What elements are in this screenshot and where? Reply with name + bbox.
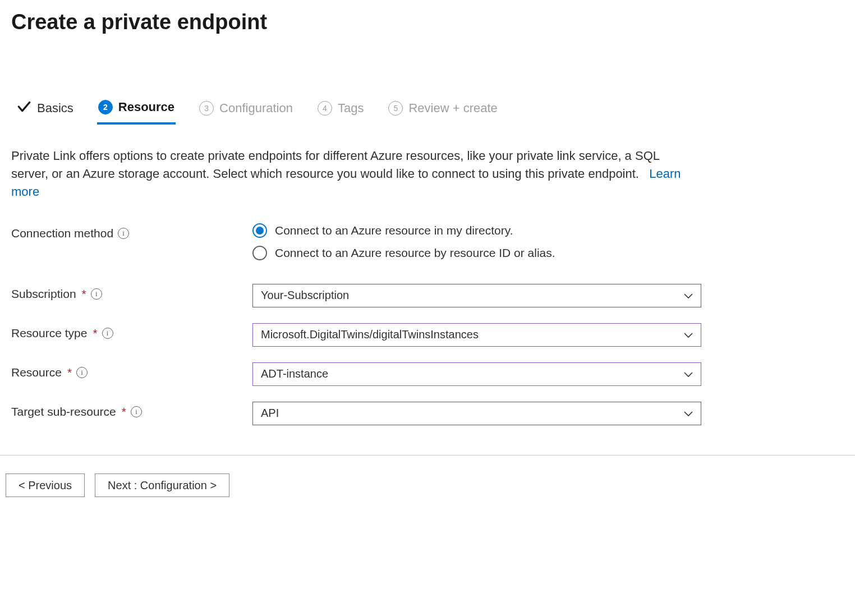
page-root: Create a private endpoint 1 Basics 2 Res… [0, 0, 855, 616]
resource-form: Connection method i Connect to an Azure … [11, 223, 844, 425]
radio-icon [252, 223, 267, 238]
tab-review-create[interactable]: 5 Review + create [387, 98, 498, 123]
required-asterisk: * [93, 327, 97, 340]
label-target-sub-resource: Target sub-resource * i [11, 402, 252, 419]
info-icon[interactable]: i [102, 328, 113, 339]
step-indicator: 3 [199, 101, 214, 116]
checkmark-icon [17, 99, 31, 117]
label-text: Connection method [11, 227, 113, 240]
label-text: Subscription [11, 287, 76, 301]
info-icon[interactable]: i [91, 288, 102, 300]
description-text: Private Link offers options to create pr… [11, 149, 659, 181]
required-asterisk: * [122, 405, 126, 419]
tab-label: Resource [118, 100, 174, 114]
chevron-down-icon [684, 407, 693, 420]
label-text: Resource type [11, 327, 87, 340]
subscription-dropdown[interactable]: Your-Subscription [252, 284, 701, 307]
dropdown-value: API [261, 407, 279, 420]
tab-label: Configuration [219, 101, 293, 116]
next-button[interactable]: Next : Configuration > [95, 474, 229, 497]
target-sub-resource-dropdown[interactable]: API [252, 402, 701, 425]
label-text: Target sub-resource [11, 405, 116, 419]
label-connection-method: Connection method i [11, 223, 252, 240]
dropdown-value: Microsoft.DigitalTwins/digitalTwinsInsta… [261, 328, 479, 341]
radio-option-resource-id[interactable]: Connect to an Azure resource by resource… [252, 246, 701, 260]
page-title: Create a private endpoint [11, 10, 844, 34]
row-connection-method: Connection method i Connect to an Azure … [11, 223, 844, 268]
row-subscription: Subscription * i Your-Subscription [11, 284, 844, 307]
radio-option-directory[interactable]: Connect to an Azure resource in my direc… [252, 223, 701, 238]
dropdown-value: Your-Subscription [261, 289, 349, 302]
info-icon[interactable]: i [118, 228, 129, 239]
info-icon[interactable]: i [76, 367, 88, 378]
previous-button[interactable]: < Previous [6, 474, 85, 497]
tab-configuration[interactable]: 3 Configuration [198, 98, 294, 123]
tab-resource[interactable]: 2 Resource [97, 96, 176, 125]
chevron-down-icon [684, 289, 693, 302]
wizard-tabs: 1 Basics 2 Resource 3 Configuration 4 Ta… [11, 96, 844, 125]
tab-label: Tags [338, 101, 364, 116]
resource-dropdown[interactable]: ADT-instance [252, 362, 701, 386]
chevron-down-icon [684, 328, 693, 341]
tab-label: Review + create [408, 101, 497, 116]
row-resource-type: Resource type * i Microsoft.DigitalTwins… [11, 323, 844, 347]
info-icon[interactable]: i [131, 406, 142, 417]
chevron-down-icon [684, 367, 693, 380]
radio-icon [252, 246, 267, 260]
tab-tags[interactable]: 4 Tags [316, 98, 365, 123]
tab-label: Basics [37, 101, 73, 116]
row-target-sub-resource: Target sub-resource * i API [11, 402, 844, 425]
label-subscription: Subscription * i [11, 284, 252, 301]
step-indicator: 2 [98, 100, 113, 114]
tab-basics[interactable]: 1 Basics [16, 96, 75, 125]
label-text: Resource [11, 366, 62, 379]
connection-method-options: Connect to an Azure resource in my direc… [252, 223, 701, 268]
dropdown-value: ADT-instance [261, 367, 328, 380]
row-resource: Resource * i ADT-instance [11, 362, 844, 386]
required-asterisk: * [67, 366, 72, 379]
wizard-footer: < Previous Next : Configuration > [0, 455, 855, 515]
radio-label: Connect to an Azure resource by resource… [275, 246, 555, 260]
label-resource: Resource * i [11, 362, 252, 379]
step-indicator: 5 [388, 101, 403, 116]
resource-type-dropdown[interactable]: Microsoft.DigitalTwins/digitalTwinsInsta… [252, 323, 701, 347]
section-description: Private Link offers options to create pr… [11, 147, 696, 201]
radio-label: Connect to an Azure resource in my direc… [275, 224, 513, 237]
label-resource-type: Resource type * i [11, 323, 252, 340]
step-indicator: 4 [318, 101, 332, 116]
required-asterisk: * [82, 287, 86, 301]
